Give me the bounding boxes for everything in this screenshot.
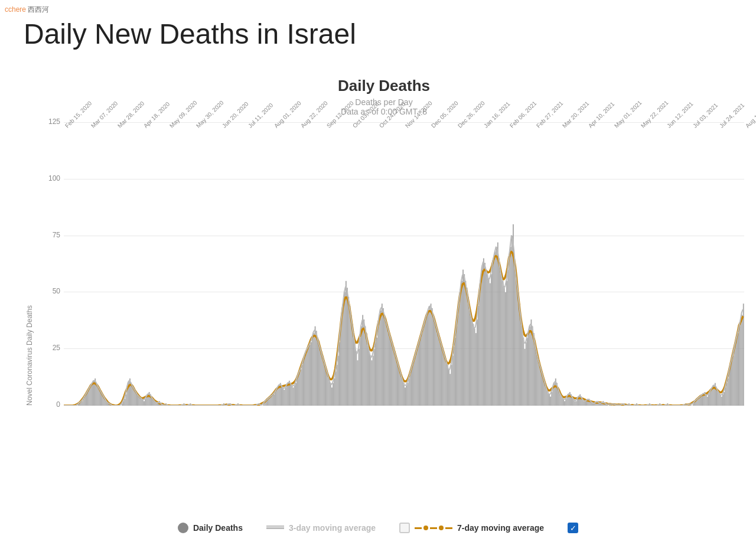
svg-rect-338 [497, 243, 498, 406]
svg-rect-287 [432, 308, 433, 406]
svg-rect-181 [295, 383, 296, 406]
svg-rect-191 [308, 347, 309, 406]
svg-rect-192 [309, 344, 311, 406]
svg-rect-201 [321, 351, 322, 406]
svg-rect-236 [366, 333, 367, 406]
svg-rect-73 [157, 403, 158, 406]
svg-rect-231 [360, 338, 361, 406]
svg-rect-15 [82, 401, 83, 406]
svg-rect-519 [730, 365, 731, 406]
chart-area: Daily Deaths Deaths per Day Data as of 0… [24, 77, 744, 486]
svg-rect-335 [493, 258, 494, 406]
svg-rect-526 [739, 327, 740, 406]
svg-rect-211 [334, 378, 335, 406]
legend: Daily Deaths 3-day moving average 7-day … [0, 523, 756, 533]
svg-rect-160 [268, 399, 269, 406]
svg-rect-221 [347, 288, 348, 406]
svg-rect-501 [707, 397, 708, 406]
svg-rect-214 [338, 356, 339, 406]
svg-rect-172 [284, 390, 285, 406]
svg-rect-200 [320, 347, 321, 406]
svg-rect-320 [474, 328, 475, 406]
svg-rect-199 [318, 342, 320, 406]
svg-rect-250 [384, 315, 385, 406]
svg-rect-256 [392, 342, 393, 406]
svg-rect-300 [448, 370, 449, 406]
svg-rect-239 [370, 356, 371, 406]
svg-rect-341 [501, 274, 502, 406]
svg-rect-196 [315, 327, 316, 406]
svg-rect-226 [353, 333, 354, 406]
svg-rect-356 [520, 315, 522, 406]
svg-rect-514 [724, 392, 725, 406]
watermark-cc: cc [5, 5, 12, 14]
svg-rect-334 [492, 265, 493, 406]
svg-rect-496 [700, 397, 702, 406]
svg-rect-235 [365, 327, 366, 406]
svg-rect-178 [291, 385, 292, 406]
svg-rect-283 [426, 315, 428, 406]
svg-rect-16 [83, 399, 84, 406]
svg-rect-173 [285, 387, 286, 406]
svg-rect-405 [584, 401, 585, 406]
svg-rect-258 [395, 351, 396, 406]
svg-rect-291 [437, 328, 438, 406]
svg-rect-164 [273, 394, 275, 406]
svg-rect-378 [549, 394, 550, 406]
svg-rect-345 [506, 281, 507, 406]
svg-rect-329 [485, 270, 487, 406]
svg-rect-18 [86, 394, 87, 406]
svg-rect-210 [333, 383, 334, 406]
svg-rect-522 [734, 349, 735, 406]
svg-rect-513 [722, 394, 724, 406]
svg-rect-269 [409, 378, 410, 406]
svg-rect-49 [126, 394, 127, 406]
svg-rect-286 [431, 303, 432, 406]
svg-rect-22 [91, 385, 92, 406]
x-axis-labels: Feb 15, 2020Mar 07, 2020Mar 28, 2020Apr … [64, 125, 744, 178]
svg-rect-319 [473, 324, 474, 406]
svg-rect-185 [301, 370, 302, 406]
svg-rect-282 [425, 319, 426, 406]
svg-rect-327 [483, 258, 484, 406]
svg-rect-518 [729, 371, 730, 406]
svg-rect-348 [510, 247, 511, 406]
svg-rect-165 [275, 392, 276, 406]
svg-rect-503 [709, 392, 711, 406]
svg-rect-182 [296, 378, 298, 406]
svg-rect-190 [307, 349, 308, 406]
svg-rect-244 [376, 338, 377, 406]
svg-rect-245 [377, 327, 379, 406]
svg-rect-289 [434, 319, 435, 406]
watermark-cn: 西西河 [28, 5, 49, 14]
svg-rect-299 [447, 365, 448, 406]
svg-rect-65 [146, 397, 147, 406]
legend-7day-box [399, 523, 410, 533]
svg-rect-253 [388, 328, 389, 406]
chart-main: Novel Coronavirus Daily Deaths 125 100 7… [24, 122, 744, 406]
svg-rect-390 [564, 401, 565, 406]
svg-rect-308 [459, 303, 460, 406]
svg-rect-187 [303, 360, 304, 406]
svg-rect-528 [742, 315, 743, 406]
svg-rect-290 [435, 324, 436, 406]
svg-rect-400 [577, 399, 578, 406]
svg-rect-358 [523, 338, 524, 406]
svg-rect-297 [445, 356, 446, 406]
svg-rect-349 [511, 236, 513, 406]
svg-rect-228 [356, 351, 357, 406]
svg-rect-361 [527, 338, 528, 406]
legend-3day: 3-day moving average [266, 523, 376, 533]
svg-rect-216 [340, 327, 341, 406]
svg-rect-321 [475, 333, 477, 406]
svg-rect-336 [495, 252, 496, 406]
svg-rect-293 [439, 338, 441, 406]
svg-rect-296 [443, 351, 444, 406]
svg-rect-19 [87, 392, 88, 406]
svg-rect-414 [595, 403, 596, 406]
svg-rect-360 [526, 342, 527, 406]
y-axis-label: Novel Coronavirus Daily Deaths [24, 122, 35, 406]
svg-rect-281 [424, 324, 425, 406]
svg-rect-339 [498, 258, 500, 406]
svg-rect-347 [509, 258, 510, 406]
